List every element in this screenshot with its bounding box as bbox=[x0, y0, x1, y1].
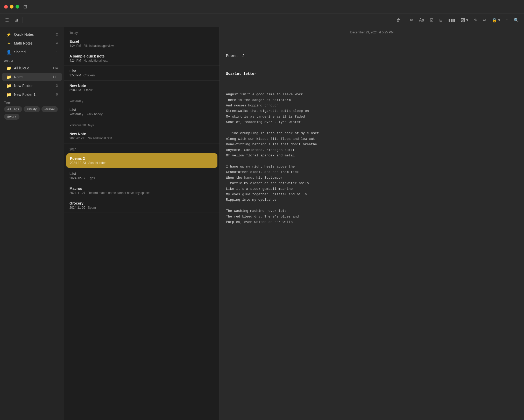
note-preview: 1 table bbox=[83, 88, 93, 92]
note-title: Excel bbox=[69, 39, 214, 44]
list-view-button[interactable]: ☰ bbox=[3, 16, 11, 24]
note-item-quick-note[interactable]: A sample quick note 4:24 PM No additiona… bbox=[64, 51, 219, 66]
note-item-new-note[interactable]: New Note 3:34 PM 1 table bbox=[64, 81, 219, 95]
tags-section: Tags All Tags #study #travel #work bbox=[0, 99, 64, 122]
note-preview: No additional text bbox=[88, 136, 112, 140]
grid-view-button[interactable]: ⊞ bbox=[12, 16, 20, 24]
note-time: 2024-11-27 bbox=[69, 191, 85, 195]
quick-notes-count: 2 bbox=[56, 33, 58, 36]
sidebar-item-new-folder-1[interactable]: 📁 New Folder 1 0 bbox=[2, 90, 62, 99]
note-time: Yesterday bbox=[69, 112, 83, 116]
note-time: 2024-11-09 bbox=[69, 206, 85, 209]
toolbar-separator-2 bbox=[405, 17, 405, 23]
sidebar-item-new-folder[interactable]: 📁 New Folder 3 bbox=[2, 82, 62, 90]
close-button[interactable] bbox=[4, 5, 8, 9]
note-item-new-note-2[interactable]: New Note 2025-01-30 No additional text bbox=[64, 129, 219, 143]
note-detail-content[interactable]: Poems 2 Scarlet letter August isn't a go… bbox=[220, 37, 524, 420]
compose-button[interactable]: ✏ bbox=[408, 16, 415, 24]
format-button[interactable]: Aa bbox=[417, 16, 426, 24]
lock-button[interactable]: 🔒 ▾ bbox=[490, 16, 502, 24]
note-meta: 2024-11-09 Spam bbox=[69, 206, 214, 209]
tag-work[interactable]: #work bbox=[4, 114, 19, 120]
note-title: New Note bbox=[69, 84, 214, 88]
sidebar-item-notes[interactable]: 📁 Notes 111 bbox=[2, 73, 62, 81]
notes-list-panel: Today Excel 4:24 PM File is backstage vi… bbox=[64, 27, 220, 420]
note-item-excel[interactable]: Excel 4:24 PM File is backstage view bbox=[64, 36, 219, 51]
note-time: 4:24 PM bbox=[69, 44, 81, 48]
tag-all-tags[interactable]: All Tags bbox=[4, 106, 22, 112]
note-meta: 3:34 PM 1 table bbox=[69, 88, 214, 92]
sidebar-item-quick-notes[interactable]: ⚡ Quick Notes 2 bbox=[2, 30, 62, 39]
note-time: 2024-12-17 bbox=[69, 176, 85, 180]
note-item-list-yesterday[interactable]: List Yesterday Black honey bbox=[64, 105, 219, 119]
note-item-list-today[interactable]: List 3:53 PM Chicken bbox=[64, 66, 219, 81]
note-meta: 4:24 PM File is backstage view bbox=[69, 44, 214, 48]
sidebar-toggle-button[interactable]: ⊡ bbox=[23, 4, 27, 10]
note-meta: 4:24 PM No additional text bbox=[69, 59, 214, 62]
note-meta: 2024-11-27 Record macro name cannot have… bbox=[69, 191, 214, 195]
math-notes-count: 4 bbox=[56, 41, 58, 45]
notes-label: Notes bbox=[14, 75, 51, 79]
note-item-macros[interactable]: Macros 2024-11-27 Record macro name cann… bbox=[64, 183, 219, 198]
toolbar-separator-1 bbox=[23, 17, 23, 23]
new-folder-count: 3 bbox=[56, 84, 58, 88]
sidebar-item-shared[interactable]: 👤 Shared 1 bbox=[2, 48, 62, 56]
shared-icon: 👤 bbox=[6, 49, 11, 55]
all-icloud-icon: 📁 bbox=[6, 66, 11, 71]
share-button[interactable]: ↑ bbox=[504, 16, 510, 24]
note-preview: No additional text bbox=[83, 59, 108, 62]
tag-study[interactable]: #study bbox=[24, 106, 40, 112]
notes-count: 111 bbox=[53, 75, 58, 79]
note-item-grocery[interactable]: Grocery 2024-11-09 Spam bbox=[64, 198, 219, 213]
note-time: 2024-12-23 bbox=[70, 161, 86, 165]
note-meta: Yesterday Black honey bbox=[69, 112, 214, 116]
note-title: New Note bbox=[69, 132, 214, 136]
note-detail-header: December 23, 2024 at 5:25 PM bbox=[220, 27, 524, 37]
note-time: 3:53 PM bbox=[69, 74, 81, 77]
new-folder-1-icon: 📁 bbox=[6, 92, 11, 97]
note-detail-subtitle: Scarlet letter bbox=[226, 71, 518, 77]
sidebar-item-all-icloud[interactable]: 📁 All iCloud 114 bbox=[2, 64, 62, 72]
tag-travel[interactable]: #travel bbox=[41, 106, 58, 112]
shared-label: Shared bbox=[14, 50, 54, 54]
search-button[interactable]: 🔍 bbox=[512, 16, 521, 24]
note-title: List bbox=[69, 172, 214, 176]
note-time: 4:24 PM bbox=[69, 59, 81, 62]
audio-button[interactable]: ▮▮▮ bbox=[446, 16, 457, 24]
markup-button[interactable]: ✎ bbox=[472, 16, 479, 24]
quick-notes-icon: ⚡ bbox=[6, 32, 11, 37]
note-title: Macros bbox=[69, 186, 214, 191]
image-button[interactable]: 🖼 ▾ bbox=[459, 16, 470, 24]
note-detail-panel: December 23, 2024 at 5:25 PM Poems 2 Sca… bbox=[220, 27, 524, 420]
note-title: A sample quick note bbox=[69, 54, 214, 58]
checklist-button[interactable]: ☑ bbox=[428, 16, 436, 24]
note-time: 3:34 PM bbox=[69, 88, 81, 92]
collaborate-button[interactable]: ∞ bbox=[481, 16, 488, 24]
delete-button[interactable]: 🗑 bbox=[394, 16, 402, 24]
note-preview: Scarlet letter bbox=[88, 161, 106, 165]
math-notes-icon: ✦ bbox=[6, 41, 11, 46]
note-preview: Eggs bbox=[88, 176, 95, 180]
note-meta: 2024-12-23 Scarlet letter bbox=[70, 161, 214, 165]
app-body: ⚡ Quick Notes 2 ✦ Math Notes 4 👤 Shared … bbox=[0, 27, 524, 420]
tags-row: All Tags #study #travel #work bbox=[4, 106, 60, 120]
new-folder-1-label: New Folder 1 bbox=[14, 92, 54, 97]
note-title: Poems 2 bbox=[70, 156, 214, 161]
toolbar: ☰ ⊞ 🗑 ✏ Aa ☑ ⊞ ▮▮▮ 🖼 ▾ ✎ ∞ 🔒 ▾ ↑ 🔍 bbox=[0, 13, 524, 27]
math-notes-label: Math Notes bbox=[14, 41, 54, 45]
sidebar-item-math-notes[interactable]: ✦ Math Notes 4 bbox=[2, 39, 62, 47]
note-meta: 2025-01-30 No additional text bbox=[69, 136, 214, 140]
all-icloud-label: All iCloud bbox=[14, 66, 51, 70]
note-item-poems-2[interactable]: Poems 2 2024-12-23 Scarlet letter bbox=[66, 153, 217, 168]
section-header-previous30: Previous 30 Days bbox=[64, 119, 219, 129]
minimize-button[interactable] bbox=[10, 5, 13, 9]
section-header-yesterday: Yesterday bbox=[64, 95, 219, 105]
traffic-lights bbox=[4, 5, 19, 9]
note-detail-body: August isn't a good time to leave work T… bbox=[226, 92, 518, 225]
note-item-list-2024[interactable]: List 2024-12-17 Eggs bbox=[64, 169, 219, 183]
section-header-today: Today bbox=[64, 27, 219, 36]
fullscreen-button[interactable] bbox=[16, 5, 19, 9]
note-title: Grocery bbox=[69, 201, 214, 205]
note-preview: Black honey bbox=[86, 112, 102, 116]
table-button[interactable]: ⊞ bbox=[437, 16, 445, 24]
